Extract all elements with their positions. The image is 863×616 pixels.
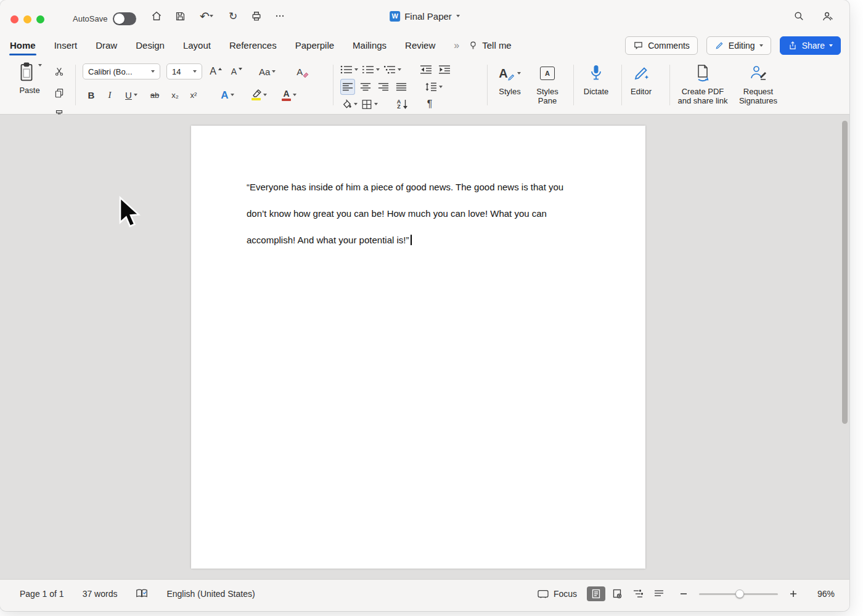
- outline-view-button[interactable]: [629, 586, 647, 601]
- subscript-button[interactable]: x₂: [168, 87, 182, 103]
- multilevel-list-button[interactable]: [383, 62, 401, 78]
- draft-view-icon: [654, 590, 664, 598]
- copy-icon: [54, 87, 65, 99]
- superscript-button[interactable]: x²: [186, 87, 201, 103]
- styles-pane-button[interactable]: A Styles Pane: [530, 62, 565, 105]
- home-button[interactable]: [148, 7, 165, 25]
- justify-button[interactable]: [394, 79, 409, 95]
- show-paragraph-marks-button[interactable]: ¶: [422, 96, 437, 112]
- change-case-button[interactable]: Aa: [259, 63, 276, 79]
- bullets-icon: [340, 65, 353, 75]
- styles-button[interactable]: A Styles: [492, 62, 528, 96]
- paste-button[interactable]: Paste: [14, 62, 46, 95]
- tell-me-button[interactable]: Tell me: [468, 40, 512, 51]
- clear-formatting-button[interactable]: A: [295, 63, 310, 79]
- document-page[interactable]: “Everyone has inside of him a piece of g…: [191, 126, 645, 569]
- tab-insert[interactable]: Insert: [54, 32, 78, 59]
- copy-button[interactable]: [52, 85, 67, 101]
- font-name-select[interactable]: Calibri (Bo...: [83, 63, 160, 79]
- sort-button[interactable]: A Z: [395, 96, 410, 112]
- search-button[interactable]: [790, 7, 808, 25]
- zoom-out-button[interactable]: [678, 588, 689, 599]
- align-right-button[interactable]: [376, 79, 391, 95]
- increase-indent-button[interactable]: [437, 62, 452, 78]
- ribbon-tab-bar: Home Insert Draw Design Layout Reference…: [0, 32, 849, 59]
- editor-button[interactable]: Editor: [625, 62, 657, 96]
- autosave-toggle[interactable]: [113, 12, 136, 25]
- bullets-button[interactable]: [340, 62, 358, 78]
- paste-icon: [17, 62, 36, 83]
- decrease-indent-button[interactable]: [419, 62, 433, 78]
- italic-button[interactable]: I: [102, 87, 117, 103]
- tab-layout[interactable]: Layout: [183, 32, 211, 59]
- request-signatures-button[interactable]: Request Signatures: [735, 62, 782, 105]
- dictate-button[interactable]: Dictate: [578, 62, 614, 96]
- share-button[interactable]: Share: [780, 36, 841, 55]
- shrink-font-button[interactable]: A: [229, 63, 244, 79]
- underline-button[interactable]: U: [121, 87, 142, 103]
- proofing-status-button[interactable]: [136, 588, 148, 599]
- editing-mode-button[interactable]: Editing: [706, 36, 771, 55]
- strikethrough-button[interactable]: ab: [145, 87, 164, 103]
- focus-button[interactable]: Focus: [537, 589, 577, 599]
- highlight-color-button[interactable]: [248, 87, 270, 103]
- highlighter-icon: [252, 89, 261, 100]
- share-icon: [788, 41, 798, 51]
- zoom-in-button[interactable]: [788, 588, 799, 599]
- close-button[interactable]: [10, 15, 18, 23]
- vertical-scrollbar-thumb[interactable]: [842, 121, 848, 424]
- tab-home[interactable]: Home: [10, 32, 36, 59]
- document-title-menu[interactable]: W Final Paper: [390, 0, 460, 32]
- comments-button[interactable]: Comments: [625, 36, 698, 55]
- grow-font-arrow-icon: [218, 68, 222, 70]
- grow-font-button[interactable]: A: [208, 63, 223, 79]
- zoom-slider-knob[interactable]: [735, 590, 744, 598]
- font-size-select[interactable]: 14: [166, 63, 202, 79]
- shading-button[interactable]: [340, 96, 358, 112]
- tab-references[interactable]: References: [229, 32, 277, 59]
- save-button[interactable]: [171, 7, 189, 25]
- document-title: Final Paper: [404, 11, 452, 22]
- line-spacing-button[interactable]: [425, 79, 443, 95]
- document-line: “Everyone has inside of him a piece of g…: [247, 174, 563, 200]
- word-count[interactable]: 37 words: [83, 589, 118, 599]
- decrease-indent-icon: [420, 65, 432, 75]
- minimize-button[interactable]: [23, 15, 31, 23]
- cut-button[interactable]: [52, 63, 67, 79]
- page-indicator[interactable]: Page 1 of 1: [20, 589, 64, 599]
- shrink-font-arrow-icon: [239, 68, 242, 70]
- tab-paperpile[interactable]: Paperpile: [295, 32, 334, 59]
- tab-draw[interactable]: Draw: [96, 32, 117, 59]
- bold-button[interactable]: B: [84, 87, 99, 103]
- styles-dropdown-icon: [517, 72, 521, 75]
- increase-indent-icon: [438, 65, 451, 75]
- borders-button[interactable]: [361, 96, 378, 112]
- multilevel-dropdown-icon: [398, 68, 401, 71]
- numbering-button[interactable]: [362, 62, 380, 78]
- align-center-button[interactable]: [358, 79, 373, 95]
- print-button[interactable]: [248, 7, 265, 25]
- language-button[interactable]: English (United States): [166, 589, 255, 599]
- text-effects-button[interactable]: A: [217, 87, 238, 103]
- print-layout-view-button[interactable]: [587, 586, 605, 601]
- word-doc-icon: W: [390, 11, 400, 22]
- zoom-percentage[interactable]: 96%: [812, 589, 835, 599]
- tab-design[interactable]: Design: [136, 32, 165, 59]
- web-layout-view-button[interactable]: [608, 586, 626, 601]
- sort-arrow-icon: [403, 99, 408, 110]
- create-pdf-button[interactable]: Create PDF and share link: [674, 62, 731, 105]
- styles-pencil-icon: [507, 73, 515, 81]
- tab-mailings[interactable]: Mailings: [353, 32, 387, 59]
- account-button[interactable]: [819, 7, 836, 25]
- more-commands-button[interactable]: [271, 7, 288, 25]
- zoom-slider[interactable]: [699, 590, 778, 598]
- redo-button[interactable]: ↻: [224, 7, 242, 25]
- undo-button[interactable]: ↶: [195, 7, 218, 25]
- font-color-button[interactable]: A: [279, 87, 300, 103]
- align-left-button[interactable]: [340, 79, 355, 95]
- tab-overflow-button[interactable]: »: [454, 40, 459, 51]
- document-text[interactable]: “Everyone has inside of him a piece of g…: [247, 174, 563, 253]
- tab-review[interactable]: Review: [405, 32, 435, 59]
- draft-view-button[interactable]: [650, 586, 668, 601]
- fullscreen-button[interactable]: [36, 15, 44, 23]
